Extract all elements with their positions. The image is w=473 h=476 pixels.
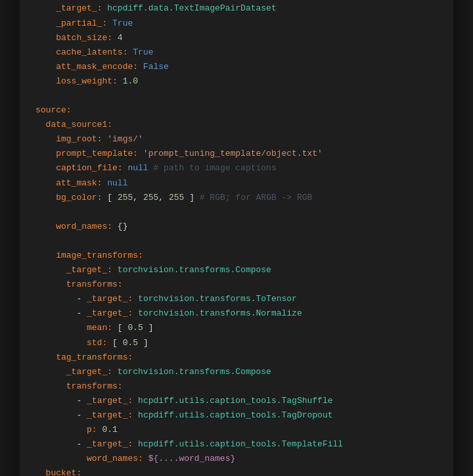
code-content: data: dataset1: _target_: hcpdiff.data.T…: [20, 0, 453, 476]
line-28: _target_: torchvision.transforms.Compose: [35, 365, 438, 379]
line-30: - _target_: hcpdiff.utils.caption_tools.…: [35, 394, 438, 408]
line-3: _target_: hcpdiff.data.TextImagePairData…: [35, 1, 438, 16]
line-24: - _target_: torchvision.transforms.Norma…: [35, 306, 438, 321]
line-34: word_names: ${....word_names}: [35, 452, 438, 466]
line-25: mean: [ 0.5 ]: [35, 321, 438, 335]
line-7: att_mask_encode: False: [35, 60, 438, 74]
line-31: - _target_: hcpdiff.utils.caption_tools.…: [35, 408, 438, 423]
code-window: data: dataset1: _target_: hcpdiff.data.T…: [20, 0, 453, 476]
line-18: word_names: {}: [35, 220, 438, 234]
line-27: tag_transforms:: [35, 350, 438, 365]
line-22: transforms:: [35, 277, 438, 292]
line-23: - _target_: torchvision.transforms.ToTen…: [35, 292, 438, 306]
line-8: loss_weight: 1.0: [35, 74, 438, 89]
line-11: data_source1:: [35, 118, 438, 132]
line-15: att_mask: null: [35, 176, 438, 191]
line-17: [35, 205, 438, 220]
line-6: cache_latents: True: [35, 45, 438, 60]
line-12: img_root: 'imgs/': [35, 132, 438, 147]
line-9: [35, 89, 438, 103]
line-20: image_transforms:: [35, 249, 438, 263]
line-29: transforms:: [35, 379, 438, 394]
line-10: source:: [35, 103, 438, 118]
line-21: _target_: torchvision.transforms.Compose: [35, 263, 438, 277]
line-33: - _target_: hcpdiff.utils.caption_tools.…: [35, 437, 438, 452]
line-35: bucket:: [35, 466, 438, 476]
line-4: _partial_: True: [35, 16, 438, 31]
line-19: [35, 234, 438, 249]
line-16: bg_color: [ 255, 255, 255 ] # RGB; for A…: [35, 191, 438, 205]
line-13: prompt_template: 'prompt_tuning_template…: [35, 147, 438, 161]
line-26: std: [ 0.5 ]: [35, 336, 438, 350]
line-5: batch_size: 4: [35, 31, 438, 45]
line-32: p: 0.1: [35, 423, 438, 437]
line-14: caption_file: null # path to image capti…: [35, 161, 438, 176]
